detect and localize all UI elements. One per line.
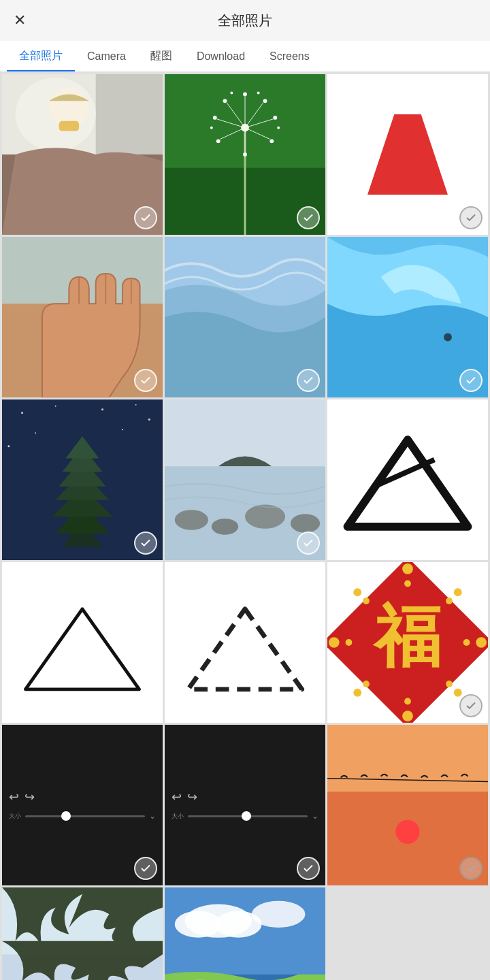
svg-point-72 (346, 639, 353, 646)
svg-point-54 (212, 519, 238, 535)
svg-point-40 (444, 333, 452, 342)
svg-point-48 (122, 429, 123, 430)
photo-cell[interactable] (2, 237, 163, 397)
svg-point-49 (7, 445, 10, 447)
photo-cell[interactable] (327, 237, 488, 397)
svg-point-53 (175, 510, 208, 530)
photo-cell[interactable] (327, 399, 488, 560)
svg-point-77 (446, 681, 453, 687)
svg-point-73 (463, 639, 470, 646)
svg-point-74 (363, 598, 370, 604)
svg-point-89 (252, 901, 306, 928)
select-button[interactable] (134, 694, 157, 717)
photo-cell[interactable] (165, 399, 325, 560)
close-button[interactable]: ✕ (14, 13, 26, 28)
svg-point-14 (273, 116, 277, 120)
svg-point-87 (175, 911, 222, 937)
undo-icon: ↩ (172, 789, 182, 804)
tab-all-photos[interactable]: 全部照片 (7, 41, 75, 71)
svg-point-75 (446, 598, 453, 604)
undo-icon: ↩ (9, 789, 19, 804)
header-title: 全部照片 (218, 12, 272, 30)
svg-point-20 (216, 139, 220, 143)
photo-cell[interactable] (165, 562, 325, 723)
svg-point-27 (257, 92, 260, 95)
svg-point-64 (329, 637, 340, 648)
svg-rect-5 (59, 121, 80, 131)
select-button[interactable] (459, 694, 483, 717)
select-button[interactable] (297, 369, 320, 392)
svg-point-62 (402, 564, 413, 574)
svg-point-16 (223, 99, 227, 103)
svg-point-30 (241, 124, 249, 132)
svg-point-12 (263, 99, 267, 103)
svg-point-24 (243, 152, 247, 157)
select-button[interactable] (459, 206, 483, 229)
svg-point-46 (148, 419, 150, 421)
svg-point-76 (363, 681, 370, 687)
select-button[interactable] (459, 532, 483, 555)
photo-cell[interactable] (2, 562, 163, 723)
svg-point-10 (243, 93, 247, 97)
select-button[interactable] (134, 369, 157, 392)
svg-point-28 (277, 127, 280, 129)
select-button[interactable] (297, 857, 320, 880)
svg-point-45 (135, 404, 137, 406)
tab-xingtu[interactable]: 醒图 (138, 41, 184, 71)
select-button[interactable] (134, 532, 157, 555)
tab-camera[interactable]: Camera (75, 42, 138, 71)
tab-screenshot[interactable]: Screens (257, 42, 322, 71)
tab-bar: 全部照片 Camera 醒图 Download Screens (0, 41, 490, 72)
select-button[interactable] (297, 532, 320, 555)
photo-cell[interactable] (327, 74, 488, 235)
photo-cell[interactable]: ↩ ↪ 大小 ⌄ (165, 725, 325, 885)
svg-point-68 (353, 689, 361, 697)
svg-point-70 (404, 581, 411, 587)
select-button[interactable] (459, 857, 483, 880)
svg-point-69 (454, 689, 462, 697)
select-button[interactable] (297, 694, 320, 717)
svg-point-18 (213, 116, 217, 120)
redo-icon: ↪ (24, 789, 35, 804)
svg-point-56 (291, 514, 320, 533)
select-button[interactable] (134, 857, 157, 880)
svg-point-22 (270, 139, 274, 143)
photo-cell[interactable] (2, 887, 163, 980)
svg-point-71 (404, 698, 411, 705)
svg-point-67 (454, 588, 462, 596)
select-button[interactable] (297, 206, 320, 229)
photo-cell[interactable] (2, 399, 163, 560)
tab-download[interactable]: Download (184, 42, 257, 71)
svg-point-81 (395, 820, 419, 844)
photo-cell[interactable] (165, 74, 325, 235)
photo-cell[interactable] (165, 237, 325, 397)
photo-cell[interactable]: ↩ ↪ 大小 ⌄ (2, 725, 163, 885)
svg-point-65 (476, 637, 487, 648)
svg-text:福: 福 (372, 600, 441, 674)
svg-point-26 (230, 92, 233, 95)
svg-point-29 (210, 127, 213, 129)
photo-cell[interactable] (165, 887, 325, 980)
select-button[interactable] (459, 369, 483, 392)
photo-cell[interactable]: 福 (327, 562, 488, 723)
header: ✕ 全部照片 (0, 0, 490, 41)
svg-point-42 (21, 412, 23, 414)
photo-cell[interactable] (2, 74, 163, 235)
select-button[interactable] (134, 206, 157, 229)
photo-cell[interactable] (327, 725, 488, 885)
svg-point-47 (35, 432, 36, 434)
svg-point-43 (55, 406, 56, 407)
svg-point-66 (353, 588, 361, 596)
svg-point-63 (402, 710, 413, 721)
redo-icon: ↪ (187, 789, 197, 804)
photo-grid: 福 ↩ ↪ 大小 ⌄ ↩ (0, 72, 490, 980)
svg-point-44 (101, 408, 103, 410)
svg-rect-51 (165, 399, 325, 466)
